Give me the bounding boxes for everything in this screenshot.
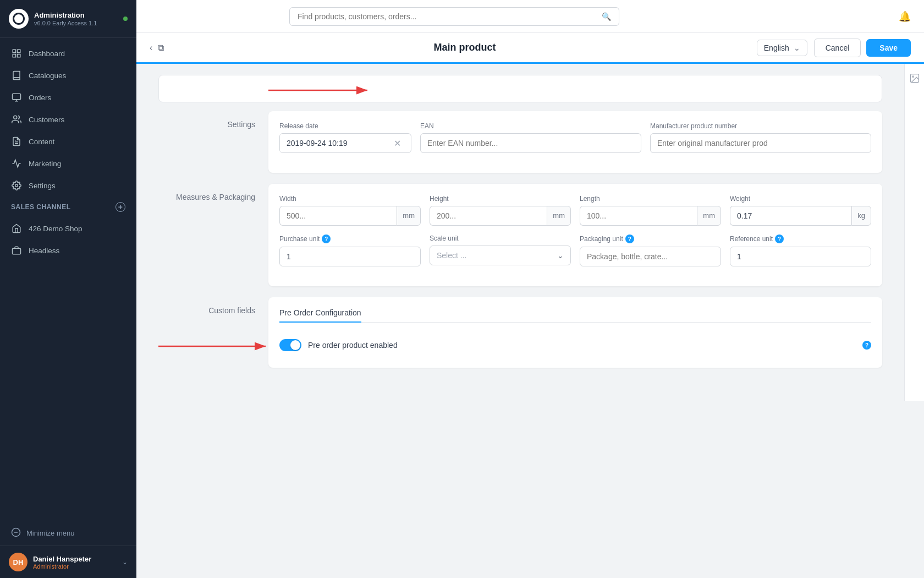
weight-input-wrap: kg xyxy=(730,206,871,226)
copy-button[interactable]: ⧉ xyxy=(158,43,164,53)
custom-fields-section-label: Custom fields xyxy=(158,297,268,368)
content-icon xyxy=(11,136,22,147)
weight-unit: kg xyxy=(851,206,871,226)
manufacturer-input[interactable] xyxy=(650,133,871,153)
sidebar-item-dashboard[interactable]: Dashboard xyxy=(0,42,136,64)
tabs-bar: Pre Order Configuration xyxy=(279,308,871,323)
reference-unit-label: Reference unit ? xyxy=(730,235,871,243)
packaging-unit-help-icon[interactable]: ? xyxy=(625,235,634,243)
search-box: 🔍 xyxy=(289,7,619,26)
length-input[interactable] xyxy=(580,206,697,226)
scale-unit-group: Scale unit Select ... ⌄ xyxy=(430,235,571,266)
packaging-unit-group: Packaging unit ? xyxy=(580,235,721,266)
packaging-unit-input[interactable] xyxy=(580,247,721,266)
sidebar-item-headless[interactable]: Headless xyxy=(0,239,136,261)
sales-channel-header: Sales channel + xyxy=(0,197,136,217)
user-menu-chevron[interactable]: ⌄ xyxy=(122,558,128,566)
user-role: Administrator xyxy=(33,563,91,570)
purchase-unit-input[interactable] xyxy=(279,247,421,266)
minimize-icon xyxy=(11,527,21,539)
dashboard-icon xyxy=(11,48,22,59)
right-panel xyxy=(904,64,924,401)
sidebar-item-marketing[interactable]: Marketing xyxy=(0,152,136,175)
search-input[interactable] xyxy=(298,12,597,21)
headless-icon xyxy=(11,245,22,256)
purchase-unit-help-icon[interactable]: ? xyxy=(322,235,331,243)
toggle-label: Pre order product enabled xyxy=(308,341,862,350)
ean-input[interactable] xyxy=(420,133,641,153)
marketing-icon xyxy=(11,158,22,169)
height-input-wrap: mm xyxy=(430,206,571,226)
sidebar-item-orders[interactable]: Orders xyxy=(0,86,136,108)
sidebar-item-demo-shop-label: 426 Demo Shop xyxy=(29,225,82,233)
release-date-input[interactable] xyxy=(280,134,389,152)
length-unit: mm xyxy=(697,206,721,226)
sidebar-item-content-label: Content xyxy=(29,138,54,146)
calendar-icon[interactable]: 📅 xyxy=(405,138,411,149)
sidebar-header: Administration v6.0.0 Early Access 1.1 xyxy=(0,0,136,38)
sidebar-item-customers[interactable]: Customers xyxy=(0,108,136,130)
save-button[interactable]: Save xyxy=(866,39,911,57)
purchase-unit-group: Purchase unit ? xyxy=(279,235,421,266)
sidebar-item-demo-shop[interactable]: 426 Demo Shop xyxy=(0,217,136,239)
cancel-button[interactable]: Cancel xyxy=(814,39,861,57)
measures-section-label: Measures & Packaging xyxy=(158,184,268,286)
weight-input[interactable] xyxy=(730,206,851,226)
sidebar-item-settings[interactable]: Settings xyxy=(0,175,136,197)
reference-unit-help-icon[interactable]: ? xyxy=(775,235,784,243)
sidebar-item-catalogues-label: Catalogues xyxy=(29,72,66,80)
catalogues-icon xyxy=(11,70,22,81)
width-label: Width xyxy=(279,195,421,203)
sidebar-item-content[interactable]: Content xyxy=(0,130,136,152)
settings-form-row: Release date ✕ 📅 EAN xyxy=(279,122,871,153)
reference-unit-input[interactable] xyxy=(730,247,871,266)
packaging-unit-label: Packaging unit ? xyxy=(580,235,721,243)
svg-point-17 xyxy=(912,76,914,78)
scale-unit-select[interactable]: Select ... ⌄ xyxy=(430,246,571,265)
pre-order-toggle[interactable] xyxy=(279,339,301,351)
reference-unit-group: Reference unit ? xyxy=(730,235,871,266)
release-date-label: Release date xyxy=(279,122,411,130)
svg-rect-9 xyxy=(13,248,21,254)
product-title: Main product xyxy=(173,42,756,53)
height-input[interactable] xyxy=(430,206,547,226)
notification-bell[interactable]: 🔔 xyxy=(899,10,911,23)
date-clear-button[interactable]: ✕ xyxy=(389,138,405,149)
scale-unit-label: Scale unit xyxy=(430,235,571,242)
length-group: Length mm xyxy=(580,195,721,226)
height-group: Height mm xyxy=(430,195,571,226)
add-channel-button[interactable]: + xyxy=(116,202,125,212)
pre-order-tab-label: Pre Order Configuration xyxy=(279,308,361,317)
purchase-unit-label: Purchase unit ? xyxy=(279,235,421,243)
settings-section-content: Release date ✕ 📅 EAN xyxy=(268,111,882,173)
sidebar-item-marketing-label: Marketing xyxy=(29,160,61,168)
svg-rect-4 xyxy=(13,94,21,100)
sidebar-nav: Dashboard Catalogues Orders Customers Co… xyxy=(0,38,136,521)
width-input[interactable] xyxy=(279,206,397,226)
release-date-input-wrap[interactable]: ✕ 📅 xyxy=(279,133,411,153)
svg-rect-1 xyxy=(18,50,20,52)
content-area: Settings Release date ✕ 📅 xyxy=(136,64,924,578)
toggle-help-icon[interactable]: ? xyxy=(862,341,871,350)
ean-group: EAN xyxy=(420,122,641,153)
app-version: v6.0.0 Early Access 1.1 xyxy=(34,20,97,26)
top-input-area xyxy=(158,75,882,102)
user-section: DH Daniel Hanspeter Administrator ⌄ xyxy=(0,546,136,578)
online-indicator xyxy=(123,17,128,21)
toggle-row-wrapper: Pre order product enabled ? xyxy=(279,334,871,357)
back-button[interactable]: ‹ xyxy=(150,43,152,53)
settings-icon xyxy=(11,180,22,191)
pre-order-tab[interactable]: Pre Order Configuration xyxy=(279,308,361,323)
svg-point-8 xyxy=(15,184,18,187)
orders-icon xyxy=(11,92,22,103)
release-date-group: Release date ✕ 📅 xyxy=(279,122,411,153)
height-unit: mm xyxy=(547,206,571,226)
svg-point-5 xyxy=(14,116,17,119)
image-panel-icon[interactable] xyxy=(909,73,920,86)
weight-group: Weight kg xyxy=(730,195,871,226)
language-selector[interactable]: English ⌄ xyxy=(757,40,807,56)
dimensions-row: Width mm Height mm xyxy=(279,195,871,226)
sidebar-item-catalogues[interactable]: Catalogues xyxy=(0,64,136,86)
product-header: ‹ ⧉ Main product English ⌄ Cancel Save xyxy=(136,33,924,64)
minimize-menu-button[interactable]: Minimize menu xyxy=(0,521,136,546)
